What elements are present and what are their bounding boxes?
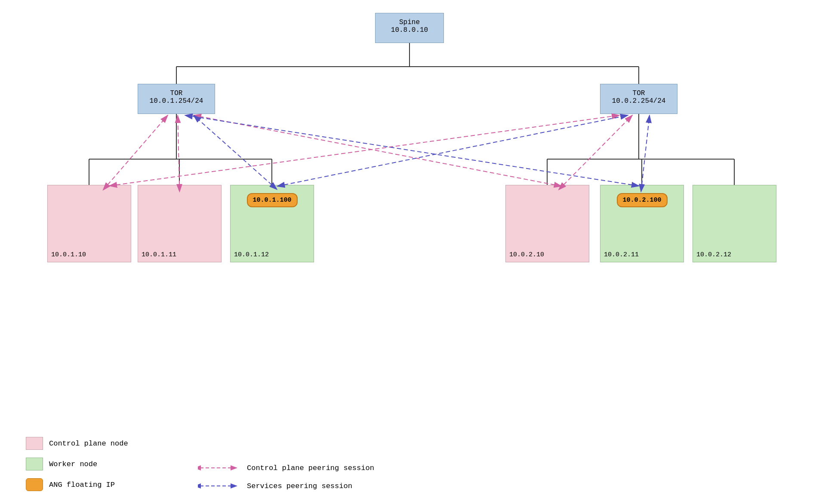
- node-4: 10.0.2.10: [505, 185, 589, 262]
- legend-floating-label: ANG floating IP: [49, 481, 115, 489]
- node-3-ip: 10.0.1.12: [234, 251, 269, 258]
- spine-node: Spine 10.8.0.10: [375, 13, 444, 43]
- node-6-ip: 10.0.2.12: [696, 251, 731, 258]
- tor-right-node: TOR 10.0.2.254/24: [600, 84, 677, 114]
- legend-floating: ANG floating IP: [26, 478, 128, 491]
- node-1-ip: 10.0.1.10: [51, 251, 86, 258]
- legend: Control plane node Worker node ANG float…: [26, 437, 128, 491]
- node-6: 10.0.2.12: [693, 185, 776, 262]
- legend-svc-peering-label: Services peering session: [247, 482, 352, 490]
- tor-left-node: TOR 10.0.1.254/24: [138, 84, 215, 114]
- diagram: Spine 10.8.0.10 TOR 10.0.1.254/24 TOR 10…: [0, 0, 819, 504]
- node-2-ip: 10.0.1.11: [142, 251, 176, 258]
- svg-line-23: [194, 115, 272, 185]
- svg-line-25: [642, 115, 650, 185]
- node-3: 10.0.1.100 10.0.1.12: [230, 185, 314, 262]
- node-4-ip: 10.0.2.10: [509, 251, 544, 258]
- svg-line-26: [185, 115, 632, 185]
- svg-line-21: [116, 115, 619, 185]
- legend-floating-box: [26, 478, 43, 491]
- tor-right-ip: 10.0.2.254/24: [612, 97, 666, 105]
- legend-arrows: Control plane peering session Services p…: [198, 463, 374, 491]
- node-2: 10.0.1.11: [138, 185, 222, 262]
- floating-ip-1: 10.0.1.100: [246, 193, 297, 207]
- legend-worker: Worker node: [26, 458, 128, 470]
- legend-control-label: Control plane node: [49, 439, 128, 448]
- legend-svc-arrow: [198, 481, 241, 491]
- legend-worker-label: Worker node: [49, 460, 97, 468]
- svg-line-22: [194, 115, 555, 185]
- legend-worker-box: [26, 458, 43, 470]
- legend-svc-peering: Services peering session: [198, 481, 374, 491]
- node-1: 10.0.1.10: [47, 185, 131, 262]
- tor-left-label: TOR: [170, 89, 183, 97]
- node-5-ip: 10.0.2.11: [604, 251, 639, 258]
- spine-ip: 10.8.0.10: [391, 26, 428, 34]
- legend-cp-arrow: [198, 463, 241, 473]
- svg-line-24: [284, 115, 628, 185]
- legend-control-plane: Control plane node: [26, 437, 128, 450]
- svg-line-18: [108, 115, 168, 185]
- legend-control-box: [26, 437, 43, 450]
- spine-label: Spine: [399, 18, 420, 26]
- legend-cp-peering-label: Control plane peering session: [247, 464, 374, 472]
- node-5: 10.0.2.100 10.0.2.11: [600, 185, 684, 262]
- legend-cp-peering: Control plane peering session: [198, 463, 374, 473]
- tor-left-ip: 10.0.1.254/24: [150, 97, 203, 105]
- floating-ip-2: 10.0.2.100: [616, 193, 667, 207]
- svg-line-20: [563, 115, 632, 185]
- tor-right-label: TOR: [633, 89, 645, 97]
- svg-line-19: [178, 115, 179, 185]
